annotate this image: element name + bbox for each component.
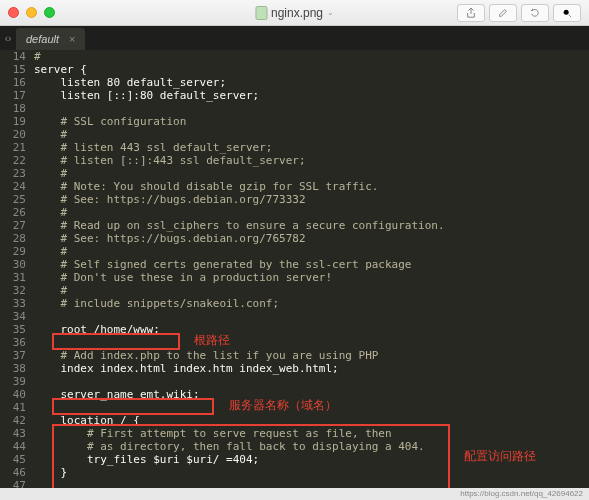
window-title-text: nginx.png xyxy=(271,6,323,20)
tab-menu-button[interactable]: ‹› xyxy=(0,26,16,50)
code-line: # Add index.php to the list if you are u… xyxy=(34,349,589,362)
code-line: root /home/www; xyxy=(34,323,589,336)
footer-url: https://blog.csdn.net/qq_42694622 xyxy=(460,489,583,498)
share-button[interactable] xyxy=(457,4,485,22)
line-number: 44 xyxy=(0,440,26,453)
code-line: listen 80 default_server; xyxy=(34,76,589,89)
line-gutter: 1415161718192021222324252627282930313233… xyxy=(0,50,34,488)
window-title: nginx.png ⌄ xyxy=(255,6,334,20)
line-number: 27 xyxy=(0,219,26,232)
code-line: # include snippets/snakeoil.conf; xyxy=(34,297,589,310)
line-number: 46 xyxy=(0,466,26,479)
line-number: 47 xyxy=(0,479,26,488)
code-line: # Self signed certs generated by the ssl… xyxy=(34,258,589,271)
edit-button[interactable] xyxy=(489,4,517,22)
line-number: 33 xyxy=(0,297,26,310)
toolbar-right xyxy=(457,4,581,22)
code-line: # xyxy=(34,206,589,219)
maximize-window-button[interactable] xyxy=(44,7,55,18)
code-line: server_name emt.wiki; xyxy=(34,388,589,401)
close-window-button[interactable] xyxy=(8,7,19,18)
line-number: 19 xyxy=(0,115,26,128)
code-editor[interactable]: 1415161718192021222324252627282930313233… xyxy=(0,50,589,488)
code-line: location / { xyxy=(34,414,589,427)
code-line: # xyxy=(34,284,589,297)
line-number: 25 xyxy=(0,193,26,206)
tab-label: default xyxy=(26,33,59,45)
line-number: 31 xyxy=(0,271,26,284)
code-line: # Read up on ssl_ciphers to ensure a sec… xyxy=(34,219,589,232)
line-number: 28 xyxy=(0,232,26,245)
line-number: 36 xyxy=(0,336,26,349)
line-number: 26 xyxy=(0,206,26,219)
rotate-button[interactable] xyxy=(521,4,549,22)
code-line: # xyxy=(34,50,589,63)
traffic-lights xyxy=(8,7,55,18)
line-number: 32 xyxy=(0,284,26,297)
code-line: # xyxy=(34,167,589,180)
code-line: # SSL configuration xyxy=(34,115,589,128)
line-number: 35 xyxy=(0,323,26,336)
code-line: # Note: You should disable gzip for SSL … xyxy=(34,180,589,193)
line-number: 23 xyxy=(0,167,26,180)
line-number: 24 xyxy=(0,180,26,193)
line-number: 41 xyxy=(0,401,26,414)
code-line xyxy=(34,401,589,414)
svg-point-0 xyxy=(564,9,569,14)
code-line: # Don't use these in a production server… xyxy=(34,271,589,284)
search-button[interactable] xyxy=(553,4,581,22)
code-line: # listen [::]:443 ssl default_server; xyxy=(34,154,589,167)
line-number: 21 xyxy=(0,141,26,154)
chevron-icon: ‹› xyxy=(5,33,12,44)
code-line: # See: https://bugs.debian.org/765782 xyxy=(34,232,589,245)
footer: https://blog.csdn.net/qq_42694622 xyxy=(0,488,589,500)
code-line: } xyxy=(34,466,589,479)
code-line: # First attempt to serve request as file… xyxy=(34,427,589,440)
code-line xyxy=(34,479,589,488)
line-number: 39 xyxy=(0,375,26,388)
line-number: 18 xyxy=(0,102,26,115)
code-line: index index.html index.htm index_web.htm… xyxy=(34,362,589,375)
title-dropdown-icon[interactable]: ⌄ xyxy=(327,8,334,17)
code-line: # as directory, then fall back to displa… xyxy=(34,440,589,453)
tab-default[interactable]: default × xyxy=(16,28,85,50)
code-line: # xyxy=(34,245,589,258)
line-number: 17 xyxy=(0,89,26,102)
code-line: # xyxy=(34,128,589,141)
code-line xyxy=(34,310,589,323)
image-file-icon xyxy=(255,6,267,20)
tab-close-icon[interactable]: × xyxy=(69,33,75,45)
line-number: 37 xyxy=(0,349,26,362)
code-line: server { xyxy=(34,63,589,76)
line-number: 42 xyxy=(0,414,26,427)
code-line: listen [::]:80 default_server; xyxy=(34,89,589,102)
line-number: 30 xyxy=(0,258,26,271)
code-line: # listen 443 ssl default_server; xyxy=(34,141,589,154)
line-number: 16 xyxy=(0,76,26,89)
line-number: 38 xyxy=(0,362,26,375)
svg-line-1 xyxy=(569,14,572,17)
line-number: 29 xyxy=(0,245,26,258)
line-number: 40 xyxy=(0,388,26,401)
line-number: 34 xyxy=(0,310,26,323)
code-line xyxy=(34,375,589,388)
code-area[interactable]: #server { listen 80 default_server; list… xyxy=(34,50,589,488)
line-number: 15 xyxy=(0,63,26,76)
line-number: 20 xyxy=(0,128,26,141)
window-titlebar: nginx.png ⌄ xyxy=(0,0,589,26)
line-number: 14 xyxy=(0,50,26,63)
code-line xyxy=(34,336,589,349)
minimize-window-button[interactable] xyxy=(26,7,37,18)
line-number: 43 xyxy=(0,427,26,440)
line-number: 45 xyxy=(0,453,26,466)
tab-bar: ‹› default × xyxy=(0,26,589,50)
code-line: # See: https://bugs.debian.org/773332 xyxy=(34,193,589,206)
code-line: try_files $uri $uri/ =404; xyxy=(34,453,589,466)
line-number: 22 xyxy=(0,154,26,167)
code-line xyxy=(34,102,589,115)
